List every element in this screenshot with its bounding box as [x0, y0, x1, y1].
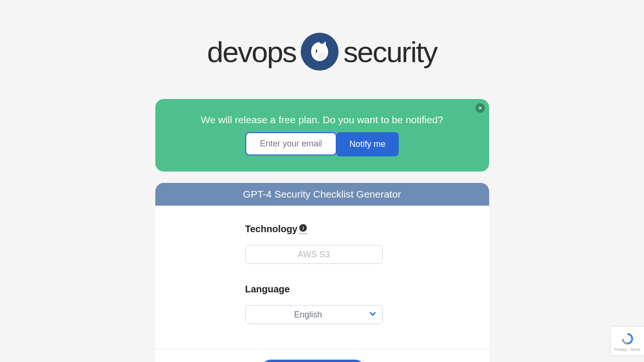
notification-banner: ✕ We will release a free plan. Do you wa… — [155, 99, 489, 172]
logo: devops security — [78, 33, 567, 71]
recaptcha-icon — [620, 331, 635, 346]
logo-icon — [301, 33, 339, 71]
svg-point-0 — [318, 52, 326, 59]
generator-card: GPT-4 Security Checklist Generator Techn… — [155, 183, 489, 362]
card-title: GPT-4 Security Checklist Generator — [165, 189, 480, 200]
fox-icon — [305, 37, 334, 66]
technology-label: Technology i — [245, 224, 399, 235]
technology-info-icon[interactable]: i — [299, 224, 307, 234]
notify-button[interactable]: Notify me — [336, 132, 399, 156]
generate-button[interactable]: Generate for 3 CHF — [261, 360, 365, 362]
close-icon: ✕ — [478, 105, 483, 111]
logo-text-right: security — [343, 35, 437, 69]
banner-message: We will release a free plan. Do you want… — [174, 114, 470, 126]
language-select[interactable]: English — [245, 305, 383, 324]
logo-text-left: devops — [207, 35, 296, 69]
technology-input[interactable] — [245, 245, 383, 264]
recaptcha-links: Privacy - Terms — [615, 347, 641, 352]
email-input[interactable] — [245, 132, 337, 155]
card-header: GPT-4 Security Checklist Generator — [155, 183, 489, 206]
close-banner-button[interactable]: ✕ — [475, 103, 485, 113]
recaptcha-badge: Privacy - Terms — [611, 327, 644, 355]
language-label: Language — [245, 284, 399, 295]
